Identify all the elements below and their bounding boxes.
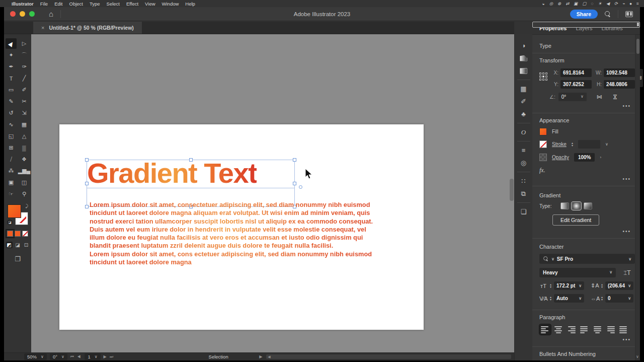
menu-view[interactable]: View [145,1,155,7]
justify-all-button[interactable] [618,324,629,335]
selection-handle[interactable] [293,158,296,162]
selection-handle[interactable] [85,205,89,208]
curvature-tool[interactable]: ✑ [19,61,30,72]
font-size-select[interactable]: 172.2 pt∨ [554,281,584,290]
stroke-link[interactable]: Stroke [552,141,567,147]
stroke-weight-chevron-icon[interactable]: ∨ [605,142,608,147]
touch-type-tool-icon[interactable]: ⌶T [623,269,631,276]
artboard-tool[interactable]: ▣ [6,177,17,188]
font-family-chevron-icon[interactable]: ∨ [628,257,631,261]
menu-edit[interactable]: Edit [54,1,62,7]
status-icon[interactable]: ≡ [636,1,639,6]
status-icon[interactable]: ● [629,1,632,6]
opacity-chevron-icon[interactable]: › [600,155,601,160]
stroke-swatch-panel-icon[interactable] [517,64,530,77]
status-icon[interactable]: ⟳ [614,1,618,6]
status-icon[interactable]: ⇄ [566,1,569,6]
kerning-stepper[interactable]: ▴▾ [550,296,551,301]
hand-tool[interactable]: ☞ [6,189,17,199]
gradient-mode-swatch[interactable] [15,231,21,237]
type-tool[interactable]: T [6,73,17,84]
scale-tool[interactable]: ⇲ [19,108,30,118]
opentype-panel-icon[interactable]: O [517,126,530,138]
stroke-panel-icon[interactable]: ≡ [517,144,530,157]
fill-swatch[interactable] [539,128,547,135]
text-out-port-handle[interactable] [299,185,302,189]
screen-mode-icon[interactable]: ❐ [15,255,21,263]
tracking-select[interactable]: 0∨ [605,294,633,303]
none-mode-swatch[interactable] [22,231,28,237]
color-mode-swatch[interactable] [7,231,13,237]
perspective-grid-tool[interactable]: △ [19,131,30,141]
panel-scroll-down-icon[interactable]: ∨ [636,354,639,359]
status-icon[interactable]: ▢ [582,1,586,6]
status-icon[interactable]: ⊛ [557,1,561,6]
flip-vertical-icon[interactable]: ⋈ [612,94,618,100]
graphic-styles-panel-icon[interactable]: ⧉ [517,187,530,200]
status-icon[interactable]: ◒ [542,1,545,6]
layers-panel-icon[interactable]: ❏ [517,205,530,218]
font-family-select[interactable]: ∨ SF Pro ∨ [539,254,635,264]
menu-object[interactable]: Object [69,1,83,7]
draw-behind-mode-icon[interactable]: ◪ [15,242,21,248]
search-icon[interactable] [605,11,611,17]
selection-handle[interactable] [293,182,296,185]
font-size-stepper[interactable]: ▴▾ [550,283,551,288]
leading-select[interactable]: (206.64∨ [605,281,633,290]
menu-select[interactable]: Select [107,1,120,7]
canvas-horizontal-scrollbar[interactable]: ◀ [266,354,511,359]
first-prev-artboard-buttons[interactable]: ⏮ ◀ [70,354,82,359]
brushes-panel-icon[interactable]: ✐ [517,95,530,108]
kerning-select[interactable]: Auto∨ [554,294,584,303]
magic-wand-tool[interactable]: ✦ [6,50,17,60]
mesh-tool[interactable]: ⊞ [6,142,17,153]
x-field[interactable]: 691.8164 [560,68,592,77]
selection-handle[interactable] [85,182,89,185]
font-style-select[interactable]: Heavy ∨ [539,268,616,277]
status-icon[interactable]: ◀ [606,1,610,6]
fill-stroke-indicator[interactable]: ⤸ ◪ [8,204,28,225]
gradient-more-options[interactable]: ••• [539,229,635,234]
status-play-icon[interactable]: ▶ [259,354,263,359]
artboard-number-select[interactable]: 1∨ [85,353,100,360]
stroke-swatch[interactable] [539,140,547,148]
canvas[interactable]: Gradient Text Lorem ipsum dolor sit amet… [31,34,514,352]
linear-gradient-type-button[interactable] [560,202,569,209]
menu-illustrator[interactable]: Illustrator [12,1,34,7]
swap-fill-stroke-icon[interactable]: ⤸ [26,203,28,209]
panel-scrollbar[interactable]: ∨ [635,35,640,360]
close-tab-icon[interactable]: × [41,25,44,31]
gradient-tool[interactable]: ▒ [19,142,30,153]
share-button[interactable]: Share [570,10,598,19]
justify-left-button[interactable] [579,324,590,335]
rectangle-tool[interactable]: ▭ [6,85,17,95]
column-graph-tool[interactable]: ▂▆▄ [19,166,30,176]
zoom-tool[interactable]: ⚲ [19,189,30,199]
color-panel-icon[interactable]: ◑ [517,39,530,52]
lasso-tool[interactable]: ⌒ [19,50,30,60]
selection-bounding-box[interactable] [87,160,295,207]
h-field[interactable]: 248.0806 [604,80,635,89]
menu-file[interactable]: File [40,1,48,7]
appearance-more-options[interactable]: ••• [539,176,635,182]
opacity-value[interactable]: 100% [574,153,595,162]
workspace-switcher-icon[interactable] [625,11,633,17]
tracking-stepper[interactable]: ▴▾ [601,296,603,301]
transparency-panel-icon[interactable]: ◎ [517,157,530,169]
symbols-panel-icon[interactable]: ♣ [517,108,530,120]
scissors-tool[interactable]: ✂ [19,96,30,107]
symbol-sprayer-tool[interactable]: ⁂ [6,166,17,176]
direct-selection-tool[interactable]: ▷ [19,38,30,49]
shaper-tool[interactable]: ✎ [6,96,17,107]
align-right-button[interactable] [566,324,577,335]
opacity-link[interactable]: Opacity [552,155,569,160]
align-center-button[interactable] [552,324,564,335]
status-icon[interactable]: ☀ [598,1,602,6]
next-last-artboard-buttons[interactable]: ▶ ⏭ [104,354,115,359]
paragraph-more-options[interactable]: ••• [539,337,635,342]
flip-horizontal-icon[interactable]: ⋈ [597,94,602,100]
menu-type[interactable]: Type [90,1,100,7]
blend-tool[interactable]: ❖ [19,154,30,165]
slice-tool[interactable]: ◫ [19,177,30,188]
menubar-status-icons[interactable]: ◒◎⊛⇄▣▢◌☀◀⟳⌁●≡ [542,1,639,6]
